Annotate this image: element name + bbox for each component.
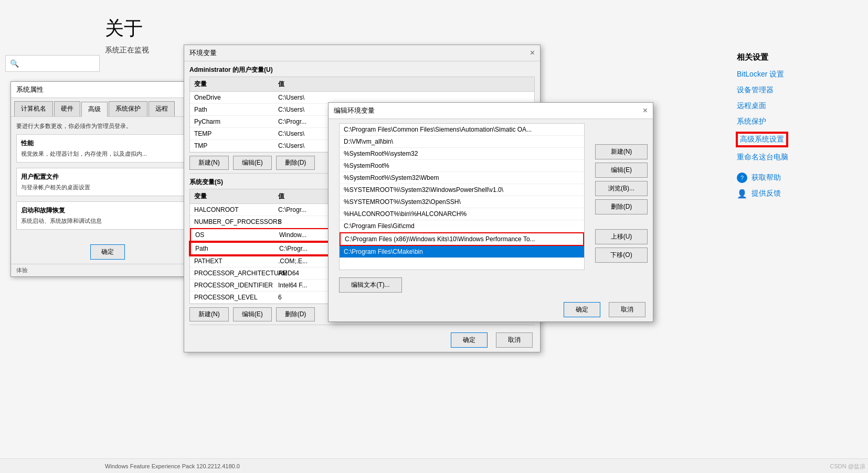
section-startup-title: 启动和故障恢复	[21, 206, 194, 215]
section-userprofile-text: 与登录帐户相关的桌面设置	[21, 184, 194, 191]
sys-var-name-proclevel: PROCESSOR_LEVEL	[190, 293, 274, 302]
sysprop-warning: 要进行大多数更改，你必须作为管理员登录。	[16, 122, 199, 130]
section-performance-text: 视觉效果，处理器计划，内存使用，以及虚拟内...	[21, 150, 194, 158]
sysprop-tabs: 计算机名 硬件 高级 系统保护 远程	[11, 98, 204, 117]
help-label: 获取帮助	[751, 173, 781, 182]
editenv-body: C:\Program Files\Common Files\Siemens\Au…	[329, 123, 653, 270]
sys-edit-button[interactable]: 编辑(E)	[233, 307, 272, 321]
link-remote-desktop[interactable]: 远程桌面	[737, 101, 858, 111]
bottom-status-bar: Windows Feature Experience Pack 120.2212…	[0, 458, 868, 473]
editenv-edittext-button[interactable]: 编辑文本(T)...	[339, 277, 402, 293]
user-var-name-tmp: TMP	[190, 141, 274, 150]
editenv-right-buttons: 新建(N) 编辑(E) 浏览(B)... 删除(D) 上移(U) 下移(O)	[595, 144, 648, 263]
editenv-list-wrapper: C:\Program Files\Common Files\Siemens\Au…	[334, 123, 590, 270]
link-system-protection[interactable]: 系统保护	[737, 117, 858, 126]
link-bitlocker[interactable]: BitLocker 设置	[737, 70, 858, 79]
section-performance: 性能 视觉效果，处理器计划，内存使用，以及虚拟内...	[16, 134, 199, 163]
sysprop-dialog: 系统属性 × 计算机名 硬件 高级 系统保护 远程 要进行大多数更改，你必须作为…	[10, 81, 205, 277]
editenv-item-6[interactable]: %SYSTEMROOT%\System32\OpenSSH\	[340, 196, 584, 208]
sys-var-name-os: OS	[191, 230, 275, 240]
editenv-ok-button[interactable]: 确定	[564, 302, 600, 317]
user-edit-button[interactable]: 编辑(E)	[233, 156, 272, 170]
user-new-button[interactable]: 新建(N)	[189, 156, 229, 170]
editenv-delete-button[interactable]: 删除(D)	[595, 199, 648, 214]
editenv-browse-button[interactable]: 浏览(B)...	[595, 181, 648, 196]
editenv-edit-button[interactable]: 编辑(E)	[595, 163, 648, 178]
related-settings-panel: 相关设置 BitLocker 设置 设备管理器 远程桌面 系统保护 高级系统设置…	[737, 52, 858, 204]
editenv-titlebar: 编辑环境变量 ×	[329, 103, 653, 119]
editenv-item-5[interactable]: %SYSTEMROOT%\System32\WindowsPowerShell\…	[340, 184, 584, 196]
envvar-cancel-button[interactable]: 取消	[496, 332, 533, 348]
sys-delete-button[interactable]: 删除(D)	[276, 307, 315, 321]
user-var-name-path: Path	[190, 105, 274, 114]
editenv-item-8[interactable]: C:\Program Files\Git\cmd	[340, 220, 584, 232]
user-var-name-temp: TEMP	[190, 129, 274, 138]
user-col-var: 变量	[190, 79, 274, 90]
sysprop-bottom: 体验	[11, 264, 204, 276]
editenv-dialog: 编辑环境变量 × C:\Program Files\Common Files\S…	[328, 102, 653, 322]
user-var-val-onedrive: C:\Users\	[274, 93, 534, 102]
sys-new-button[interactable]: 新建(N)	[189, 307, 229, 321]
tab-computername[interactable]: 计算机名	[14, 101, 53, 116]
editenv-spacer	[595, 218, 648, 226]
get-help-item[interactable]: ? 获取帮助	[737, 173, 858, 183]
editenv-item-7[interactable]: %HALCONROOT%\bin\%HALCONARCH%	[340, 208, 584, 220]
feedback-icon: 👤	[737, 188, 747, 199]
editenv-item-4[interactable]: %SystemRoot%\System32\Wbem	[340, 172, 584, 184]
section-performance-title: 性能	[21, 139, 194, 148]
section-startup: 启动和故障恢复 系统启动、系统故障和调试信息	[16, 201, 199, 230]
tab-advanced[interactable]: 高级	[81, 102, 108, 117]
editenv-item-9[interactable]: C:\Program Files (x86)\Windows Kits\10\W…	[340, 232, 584, 246]
sys-var-name-procident: PROCESSOR_IDENTIFIER	[190, 281, 274, 290]
feedback-item[interactable]: 👤 提供反馈	[737, 188, 858, 199]
watermark: CSDN @盐凉	[830, 463, 865, 470]
help-section: ? 获取帮助 👤 提供反馈	[737, 173, 858, 199]
link-advanced-system[interactable]: 高级系统设置	[737, 133, 787, 146]
editenv-close-button[interactable]: ×	[643, 106, 648, 115]
tab-hardware[interactable]: 硬件	[54, 101, 80, 116]
tab-sysprotect[interactable]: 系统保护	[109, 101, 147, 116]
envvar-close-button[interactable]: ×	[530, 49, 535, 57]
section-startup-text: 系统启动、系统故障和调试信息	[21, 217, 194, 225]
sysprop-content: 要进行大多数更改，你必须作为管理员登录。 性能 视觉效果，处理器计划，内存使用，…	[11, 117, 204, 240]
envvar-ok-button[interactable]: 确定	[451, 332, 488, 348]
envvar-title: 环境变量	[189, 48, 217, 58]
editenv-new-button[interactable]: 新建(N)	[595, 144, 648, 159]
envvar-titlebar: 环境变量 ×	[184, 45, 540, 61]
envvar-divider2	[189, 325, 535, 325]
link-rename-pc[interactable]: 重命名这台电脑	[737, 153, 858, 162]
bottom-bar-text: Windows Feature Experience Pack 120.2212…	[105, 463, 240, 469]
sysprop-ok-button[interactable]: 确定	[90, 244, 125, 260]
link-device-manager[interactable]: 设备管理器	[737, 85, 858, 95]
editenv-moveup-button[interactable]: 上移(U)	[595, 229, 648, 244]
feedback-label: 提供反馈	[751, 189, 781, 198]
sys-var-name-procarch: PROCESSOR_ARCHITECTURE	[190, 268, 274, 278]
editenv-title: 编辑环境变量	[334, 106, 375, 115]
user-col-val: 值	[274, 79, 534, 90]
editenv-item-10[interactable]: C:\Program Files\CMake\bin	[340, 246, 584, 258]
about-title: 关于	[105, 16, 737, 41]
editenv-item-0[interactable]: C:\Program Files\Common Files\Siemens\Au…	[340, 124, 584, 136]
sys-var-name-path: Path	[191, 244, 275, 253]
user-vars-label: Administrator 的用户变量(U)	[189, 66, 535, 74]
editenv-movedown-button[interactable]: 下移(O)	[595, 248, 648, 263]
editenv-item-2[interactable]: %SystemRoot%\system32	[340, 148, 584, 160]
user-delete-button[interactable]: 删除(D)	[276, 156, 315, 170]
sys-var-name-numproc: NUMBER_OF_PROCESSORS	[190, 217, 274, 227]
envvar-footer: 确定 取消	[184, 328, 540, 352]
related-settings-title: 相关设置	[737, 52, 858, 62]
sys-var-name-halconroot: HALCONROOT	[190, 205, 274, 214]
sysprop-footer: 确定	[11, 240, 204, 264]
tab-remote[interactable]: 远程	[149, 101, 175, 116]
editenv-cancel-button[interactable]: 取消	[609, 302, 645, 317]
section-userprofile: 用户配置文件 与登录帐户相关的桌面设置	[16, 168, 199, 196]
user-var-name-onedrive: OneDrive	[190, 93, 274, 102]
editenv-item-3[interactable]: %SystemRoot%	[340, 160, 584, 172]
search-icon: 🔍	[10, 59, 19, 68]
section-userprofile-title: 用户配置文件	[21, 173, 194, 181]
user-vars-header: 变量 值	[190, 77, 534, 92]
sysprop-bottom-text: 体验	[16, 267, 28, 273]
sys-var-name-pathext: PATHEXT	[190, 256, 274, 266]
editenv-item-1[interactable]: D:\VM\vm_all\bin\	[340, 136, 584, 148]
search-bar[interactable]: 🔍	[5, 55, 100, 72]
